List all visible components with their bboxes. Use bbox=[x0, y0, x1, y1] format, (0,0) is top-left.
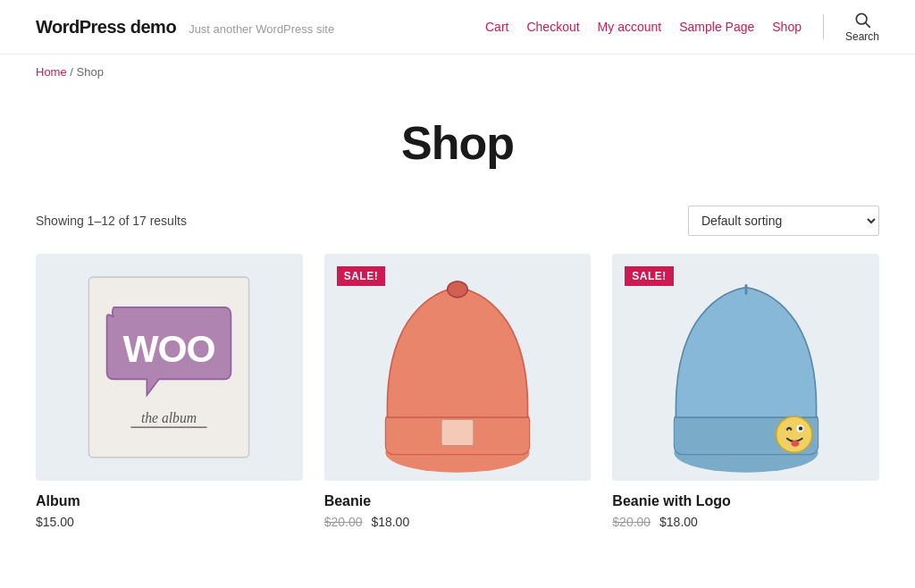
svg-point-16 bbox=[791, 441, 799, 447]
svg-point-15 bbox=[798, 426, 802, 430]
search-button[interactable]: Search bbox=[845, 11, 879, 43]
svg-line-1 bbox=[866, 23, 870, 28]
svg-point-13 bbox=[776, 416, 811, 452]
product-name-beanie: Beanie bbox=[324, 493, 592, 509]
page-title: Shop bbox=[36, 89, 879, 206]
original-price-beanie-logo: $20.00 bbox=[612, 515, 651, 529]
breadcrumb-home[interactable]: Home bbox=[36, 65, 67, 79]
nav-sample-page[interactable]: Sample Page bbox=[679, 20, 754, 34]
nav-cart[interactable]: Cart bbox=[485, 20, 508, 34]
product-image-album: WOO the album bbox=[36, 254, 303, 481]
nav-my-account[interactable]: My account bbox=[598, 20, 662, 34]
site-header: WordPress demo Just another WordPress si… bbox=[0, 0, 915, 55]
main-nav: Cart Checkout My account Sample Page Sho… bbox=[485, 11, 879, 43]
product-card-beanie[interactable]: SALE! bbox=[324, 254, 592, 529]
site-tagline: Just another WordPress site bbox=[189, 22, 334, 36]
results-count: Showing 1–12 of 17 results bbox=[36, 214, 187, 228]
search-label: Search bbox=[845, 30, 879, 43]
products-grid: WOO the album Album $15.00 SALE! bbox=[36, 254, 879, 529]
svg-text:WOO: WOO bbox=[123, 327, 215, 370]
nav-divider bbox=[823, 14, 824, 39]
main-content: Shop Showing 1–12 of 17 results Default … bbox=[0, 89, 915, 565]
shop-toolbar: Showing 1–12 of 17 results Default sorti… bbox=[36, 206, 879, 236]
site-title[interactable]: WordPress demo bbox=[36, 17, 176, 38]
svg-point-8 bbox=[448, 281, 467, 298]
original-price-beanie: $20.00 bbox=[324, 515, 363, 529]
nav-checkout[interactable]: Checkout bbox=[526, 20, 579, 34]
breadcrumb-current: Shop bbox=[77, 65, 104, 79]
svg-rect-9 bbox=[441, 419, 474, 445]
sale-badge-beanie: SALE! bbox=[337, 266, 386, 286]
breadcrumb: Home / Shop bbox=[0, 55, 915, 89]
sale-price-beanie: $18.00 bbox=[371, 515, 409, 529]
product-price-album: $15.00 bbox=[36, 515, 303, 529]
product-image-beanie-logo: SALE! bbox=[612, 254, 879, 481]
product-card-album[interactable]: WOO the album Album $15.00 bbox=[36, 254, 303, 529]
breadcrumb-separator: / bbox=[70, 65, 76, 79]
product-name-beanie-logo: Beanie with Logo bbox=[612, 493, 879, 509]
album-illustration: WOO the album bbox=[69, 267, 269, 467]
sort-select[interactable]: Default sorting Sort by popularity Sort … bbox=[688, 206, 879, 236]
sale-badge-beanie-logo: SALE! bbox=[625, 266, 674, 286]
beanie-logo-illustration bbox=[646, 257, 846, 477]
beanie-illustration bbox=[357, 257, 558, 477]
svg-text:the album: the album bbox=[141, 410, 197, 425]
header-left: WordPress demo Just another WordPress si… bbox=[36, 17, 334, 38]
search-icon bbox=[853, 11, 871, 29]
product-image-beanie: SALE! bbox=[324, 254, 592, 481]
nav-shop[interactable]: Shop bbox=[772, 20, 802, 34]
product-price-beanie: $20.00 $18.00 bbox=[324, 515, 592, 529]
product-name-album: Album bbox=[36, 493, 303, 509]
product-card-beanie-logo[interactable]: SALE! bbox=[612, 254, 879, 529]
sale-price-beanie-logo: $18.00 bbox=[659, 515, 698, 529]
product-price-beanie-logo: $20.00 $18.00 bbox=[612, 515, 879, 529]
